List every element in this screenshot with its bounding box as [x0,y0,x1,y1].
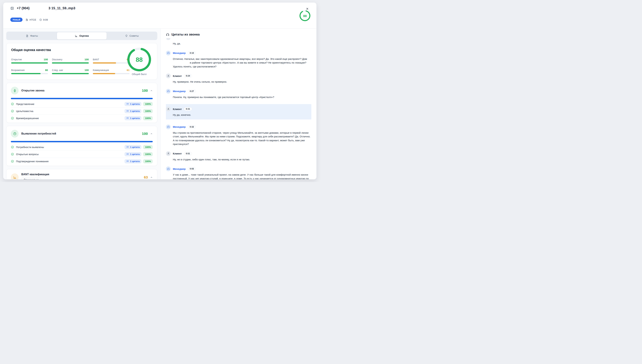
criterion-row: Открытые вопросы 1 цитата 100% [11,151,153,158]
check-circle-icon [11,116,14,120]
quote-icon [126,153,129,156]
tab-label: Оценка [79,34,89,37]
quotes-pill[interactable]: 1 цитата [125,116,141,120]
check-circle-icon [11,110,14,113]
transcript-list: Клиент Ну, да. Менеджер 0:10 Отлично. На… [166,38,311,179]
transcript-message[interactable]: Клиент 0:31 Ну да, конечно. [166,104,311,120]
quotes-pill[interactable]: 1 цитата [125,159,141,164]
percent-badge: 100% [143,109,153,113]
tab-score[interactable]: Оценка [57,32,107,40]
metric-progress-bar [11,62,48,64]
criterion-label: Представление [16,102,34,106]
metric-value: 100 [44,58,48,61]
criterion-row: Цель/повестка 1 цитата 100% [11,108,153,115]
quotes-pill[interactable]: 1 цитата [125,102,141,106]
quote-count: 1 цитата [130,153,140,156]
section-header[interactable]: BANT квалификация Опционально 63 [11,173,153,179]
bar-chart-icon [13,176,17,179]
overall-score-ring-small: 88 [299,10,310,21]
quotes-pill[interactable]: 1 цитата [125,145,141,149]
message-text: Ну, да. [173,42,311,46]
headphones-icon [167,90,170,92]
criteria-list: Потребности выявлены 1 цитата 100% Откры… [11,144,153,165]
timestamp-pill: 0:31 [184,107,192,111]
speaker-name: Менеджер [173,126,186,128]
chevron-up-icon[interactable] [150,176,153,178]
criterion-row: Подтверждение понимания 1 цитата 100% [11,158,153,165]
section-needs-discovery: Выявление потребностей 100 Потребности в… [6,126,157,166]
org-label: НТСЕ [26,18,36,21]
tab-advice[interactable]: Советы [107,32,157,40]
call-details-modal: +7 (904) 3 15_11_59..mp3 Новый НТСЕ 9:09 [3,2,316,180]
speaker-name: Клиент [173,152,182,155]
modal-header: +7 (904) 3 15_11_59..mp3 Новый НТСЕ 9:09 [3,2,316,28]
headphones-icon [167,126,170,128]
overall-score-caption: Общий балл [126,73,152,76]
quotes-pill[interactable]: 1 цитата [125,152,141,156]
section-bant-qualification: BANT квалификация Опционально 63 [6,169,157,179]
percent-badge: 100% [143,116,153,120]
metrics-grid: Открытие 100 Discovery 100 BANT 63 Возра… [11,58,130,74]
transcript-message[interactable]: Менеджер 0:10 Отлично. Наталья, вас заин… [166,51,311,68]
overall-quality-card: Общая оценка качества Открытие 100 Disco… [6,43,157,80]
section-header[interactable]: Открытие звонка 100 [11,87,153,94]
criteria-sections: Открытие звонка 100 Представление 1 цита… [6,83,157,179]
metric-value: 80 [45,68,48,72]
criterion-row: Потребности выявлены 1 цитата 100% [11,144,153,151]
metric-progress-bar [52,62,89,64]
person-icon [167,108,170,110]
close-icon [306,7,309,10]
duration-value: 9:09 [43,18,48,21]
quote-count: 1 цитата [130,160,140,162]
chevron-up-icon[interactable] [150,90,153,92]
transcript-message[interactable]: Клиент 0:24 Ну, примерно. Не очень сильн… [166,74,311,84]
quote-count: 1 цитата [130,103,140,105]
metric-bant: BANT 63 [93,58,130,64]
message-text: Ну, примерно. Не очень сильно, но пример… [173,80,311,84]
percent-badge: 100% [143,145,153,149]
percent-badge: 100% [143,102,153,106]
criterion-label: Открытые вопросы [16,153,39,156]
metric-discovery: Discovery 100 [52,58,89,64]
transcript-message[interactable]: Клиент 0:51 Ну, не в студии, либо один п… [166,151,311,162]
org-name: НТСЕ [30,18,36,21]
overall-score-block: 88 Общий балл [126,48,152,76]
message-text: Мы строим на противоположной стороне, че… [173,131,311,146]
call-title-phone: +7 (904) [17,6,30,10]
tab-facts[interactable]: Факты [7,32,57,40]
quote-count: 1 цитата [130,146,140,148]
timestamp-pill: 0:55 [188,167,196,170]
headphones-icon [167,52,170,54]
message-text: У нас в доме... тоже такой уникальный пр… [173,173,311,179]
avatar [166,107,171,111]
headphones-icon [166,33,169,36]
section-header[interactable]: Выявление потребностей 100 [11,130,153,138]
avatar [166,166,171,171]
quote-count: 1 цитата [130,110,140,112]
person-icon [167,75,170,77]
lightbulb-icon [125,34,128,37]
page-background: +7 (904) 3 15_11_59..mp3 Новый НТСЕ 9:09 [0,0,321,182]
quotes-panel: Цитаты из звонка Клиент Ну, да. Менеджер… [161,28,316,179]
section-score: 100 [142,132,148,136]
metric-progress-bar [11,73,48,74]
transcript-message[interactable]: Менеджер 0:55 У нас в доме... тоже такой… [166,166,311,179]
call-title-filename: 3 15_11_59..mp3 [49,6,75,10]
quotes-pill[interactable]: 1 цитата [125,109,141,113]
person-icon [167,152,170,155]
metric-возражения: Возражения 80 [11,68,48,74]
quote-count: 1 цитата [130,117,140,120]
timestamp-pill: 0:51 [184,152,192,155]
transcript-message[interactable]: Менеджер 0:32 Мы строим на противоположн… [166,124,311,146]
transcript-message[interactable]: Менеджер 0:27 Поняла. Ну, примерно вы по… [166,89,311,99]
transcript-message[interactable]: Клиент Ну, да. [166,38,311,46]
document-icon [26,34,29,37]
metric-label: Discovery [52,58,62,61]
sidebar-toggle-icon[interactable] [10,6,14,10]
section-title: Выявление потребностей [21,132,142,135]
question-circle-icon [13,132,17,136]
avatar [166,151,171,156]
duration-label: 9:09 [39,18,48,21]
metric-след-шаг: След. шаг 100 [52,68,89,74]
chevron-up-icon[interactable] [150,132,153,135]
